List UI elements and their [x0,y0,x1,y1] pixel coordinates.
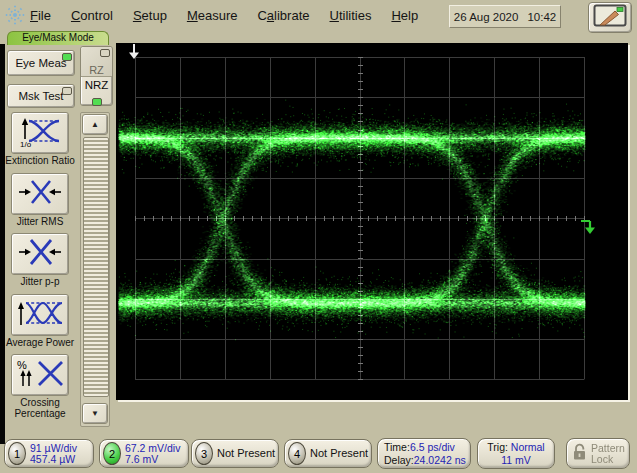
channel-4-button[interactable]: 4Not Present [284,439,372,468]
nrz-option[interactable]: NRZ [81,77,112,108]
jitter-rms-icon [17,177,63,211]
extinction-ratio-measure: 1/oExtinction Ratio [2,112,78,167]
jitter-rms-button[interactable] [11,173,69,215]
trigger-level-marker-icon[interactable] [580,217,600,241]
nrz-led [92,98,102,106]
svg-text:%: % [17,359,27,371]
average-power-icon [16,298,64,332]
pattern-lock-line1: Pattern [591,443,625,454]
eye-meas-button[interactable]: Eye Meas [7,50,75,76]
average-power-button[interactable] [11,294,69,336]
channel-3-button[interactable]: 3Not Present [191,439,279,468]
channel-1-indicator: 1 [8,442,26,465]
rz-option[interactable]: RZ [81,47,112,77]
delay-label: Delay: [384,454,414,466]
crossing-percentage-button[interactable]: % [11,354,69,396]
eye-meas-label: Eye Meas [15,57,66,69]
jitter-p-p-label: Jitter p-p [2,277,78,288]
menu-item-control[interactable]: Control [71,8,113,23]
jitter-pp-icon [17,237,63,271]
channel-2-readout: 67.2 mV/div7.6 mV [125,443,180,465]
measurement-button-list: 1/oExtinction RatioJitter RMSJitter p-pA… [2,112,78,437]
eye-diagram-canvas [116,43,628,400]
rz-nrz-toggle[interactable]: RZ NRZ [80,46,113,106]
extinction-ratio-button[interactable]: 1/o [11,112,69,154]
crossing-percentage-label: Crossing Percentage [2,398,78,419]
crossing-percentage-measure: %Crossing Percentage [2,354,78,419]
channel-3-readout: Not Present [217,448,275,459]
pattern-lock-button[interactable]: Pattern Lock [566,438,630,469]
average-power-measure: Average Power [2,294,78,349]
channel-2-indicator: 2 [103,442,121,465]
jitter-p-p-button[interactable] [11,233,69,275]
pattern-lock-line2: Lock [591,454,625,465]
trig-level: 11 mV [501,454,531,466]
status-bar: 191 µW/div457.4 µW267.2 mV/div7.6 mV3Not… [0,437,637,473]
trigger-button[interactable]: Trig: Normal 11 mV [477,438,555,469]
jitter-rms-label: Jitter RMS [2,217,78,228]
jitter-p-p-measure: Jitter p-p [2,233,78,288]
menu-items: FileControlSetupMeasureCalibrateUtilitie… [30,0,418,30]
msk-test-led [62,87,72,95]
jitter-rms-measure: Jitter RMS [2,173,78,228]
scroll-down-button[interactable]: ▼ [82,403,108,424]
scrollbar-thumb[interactable] [83,137,109,397]
time-text: 10:42 [527,11,556,23]
menu-item-utilities[interactable]: Utilities [330,8,372,23]
menu-item-help[interactable]: Help [391,8,418,23]
scroll-up-button[interactable]: ▲ [82,114,108,135]
channel-4-indicator: 4 [288,442,306,465]
eye-meas-led [62,53,72,61]
menu-item-measure[interactable]: Measure [187,8,238,23]
average-power-label: Average Power [2,338,78,349]
time-value: 6.5 ps/div [410,441,455,453]
date-text: 26 Aug 2020 [454,11,519,23]
rz-led [100,49,110,57]
rz-label: RZ [89,64,104,76]
msk-test-label: Msk Test [18,90,63,102]
extinction-ratio-icon: 1/o [17,115,63,151]
timebase-button[interactable]: Time:6.5 ps/div Delay:24.0242 ns [377,438,471,469]
trigger-position-arrow-icon[interactable] [128,44,140,64]
trig-label: Trig: [487,441,508,453]
sunburst-icon [3,3,27,27]
crossing-percentage-icon: % [16,358,64,392]
delay-value: 24.0242 ns [414,454,466,466]
datetime-display: 26 Aug 2020 10:42 [449,5,561,28]
menu-bar: FileControlSetupMeasureCalibrateUtilitie… [0,0,637,31]
trig-value: Normal [511,441,545,453]
svg-text:1/o: 1/o [20,140,32,148]
channel-1-readout: 91 µW/div457.4 µW [30,443,77,465]
extinction-ratio-label: Extinction Ratio [2,156,78,167]
msk-test-button[interactable]: Msk Test [7,84,75,108]
down-arrow-icon: ▼ [91,409,99,418]
touchscreen-icon [593,4,627,31]
mode-tab: Eye/Mask Mode [7,31,109,45]
channel-1-button[interactable]: 191 µW/div457.4 µW [4,439,94,468]
waveform-display [116,43,628,400]
menu-item-calibrate[interactable]: Calibrate [257,8,309,23]
menu-item-setup[interactable]: Setup [133,8,167,23]
channel-2-button[interactable]: 267.2 mV/div7.6 mV [99,439,189,468]
menu-item-file[interactable]: File [30,8,51,23]
up-arrow-icon: ▲ [91,120,99,129]
lock-icon [572,443,587,465]
nrz-label: NRZ [85,79,109,91]
channel-4-readout: Not Present [310,448,368,459]
time-label: Time: [384,441,410,453]
sidebar-scrollbar[interactable]: ▲ ▼ [80,112,110,427]
touchscreen-button[interactable] [588,2,632,33]
channel-3-indicator: 3 [195,442,213,465]
